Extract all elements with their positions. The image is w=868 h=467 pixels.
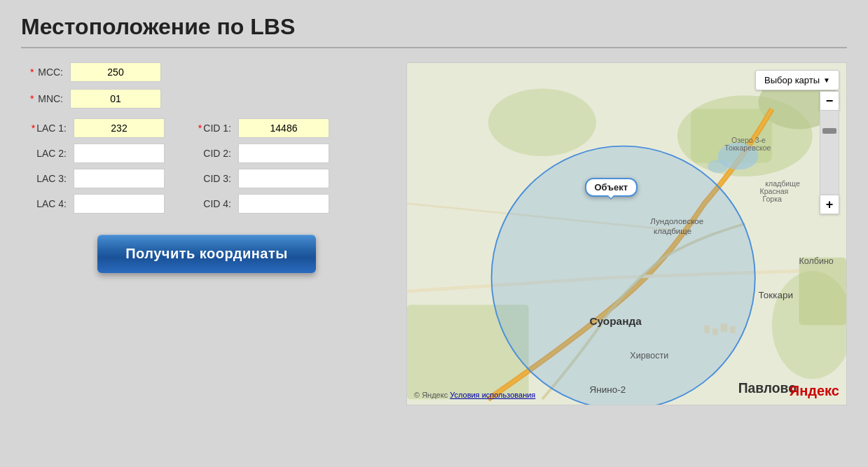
submit-button[interactable]: Получить координаты [97, 235, 316, 273]
cid3-label: CID 3: [186, 173, 231, 184]
yandex-copyright: © Яндекс Условия использования [414, 391, 535, 399]
lac3-cell: LAC 3: [21, 169, 165, 188]
mnc-input[interactable] [70, 89, 161, 109]
cid4-input[interactable] [238, 194, 329, 214]
cid2-label: CID 2: [186, 148, 231, 159]
svg-rect-7 [799, 258, 846, 325]
lac3-input[interactable] [74, 169, 165, 188]
svg-rect-27 [712, 328, 718, 335]
svg-rect-28 [721, 323, 728, 332]
lac-cid-row-2: LAC 2: CID 2: [21, 144, 392, 163]
zoom-plus-button[interactable]: + [820, 195, 839, 214]
balloon-label-text: Объект [585, 178, 638, 197]
terms-link[interactable]: Условия использования [450, 391, 535, 399]
svg-point-9 [708, 160, 728, 173]
svg-text:Лундоловское: Лундоловское [650, 217, 703, 225]
lac2-label: LAC 2: [21, 148, 67, 159]
lac1-cell: *LAC 1: [21, 118, 165, 138]
svg-text:Токкари: Токкари [759, 290, 793, 300]
zoom-minus-button[interactable]: − [820, 91, 839, 111]
lac4-input[interactable] [74, 194, 165, 214]
cid2-cell: CID 2: [186, 144, 329, 163]
mcc-mnc-section: * MCC: * MNC: [21, 62, 392, 109]
zoom-slider-handle[interactable] [822, 128, 836, 134]
svg-rect-29 [730, 326, 736, 333]
svg-point-4 [488, 89, 596, 156]
cid4-label: CID 4: [186, 198, 231, 209]
mcc-label: * MCC: [21, 67, 63, 78]
svg-text:Павлово: Павлово [738, 381, 797, 396]
lac4-cell: LAC 4: [21, 194, 165, 214]
cid1-input[interactable] [238, 118, 329, 138]
svg-rect-26 [704, 325, 710, 333]
svg-text:Суоранда: Суоранда [589, 315, 642, 327]
mcc-input[interactable] [70, 62, 161, 82]
lac-cid-row-1: *LAC 1: *CID 1: [21, 118, 392, 138]
svg-text:Озеро 3-е: Озеро 3-е [731, 136, 766, 144]
lac-cid-section: *LAC 1: *CID 1: LAC 2: CID 2: LAC 3: CID… [21, 118, 392, 214]
svg-text:кладбище: кладбище [654, 227, 691, 235]
map-selector-button[interactable]: Выбор карты [755, 70, 839, 90]
svg-text:Горка: Горка [762, 195, 782, 203]
cid1-cell: *CID 1: [186, 118, 329, 138]
svg-text:Токкаревское: Токкаревское [724, 144, 771, 152]
left-panel: * MCC: * MNC: *LAC 1: *CID 1: [21, 62, 392, 273]
object-balloon: Объект [585, 178, 638, 197]
map-background: Суоранда Павлово Токкари Колбино Янино-2… [407, 63, 846, 405]
svg-text:Колбино: Колбино [799, 256, 833, 266]
map-container: Выбор карты − + [406, 62, 847, 405]
page-title: Местоположение по LBS [21, 14, 847, 40]
lac-cid-row-3: LAC 3: CID 3: [21, 169, 392, 188]
cid1-required: * [198, 123, 202, 134]
zoom-controls: − + [820, 91, 839, 214]
cid3-input[interactable] [238, 169, 329, 188]
cid2-input[interactable] [238, 144, 329, 163]
lac-cid-row-4: LAC 4: CID 4: [21, 194, 392, 214]
lac1-required: * [32, 123, 35, 134]
main-content: * MCC: * MNC: *LAC 1: *CID 1: [21, 62, 847, 405]
cid3-cell: CID 3: [186, 169, 329, 188]
yandex-brand: Яндекс [790, 383, 839, 399]
mnc-group: * MNC: [21, 89, 392, 109]
mcc-group: * MCC: [21, 62, 392, 82]
mnc-label: * MNC: [21, 93, 63, 104]
title-divider [21, 47, 847, 48]
lac1-input[interactable] [74, 118, 165, 138]
lac3-label: LAC 3: [21, 173, 67, 184]
lac2-cell: LAC 2: [21, 144, 165, 163]
svg-text:Янино-2: Янино-2 [589, 384, 626, 395]
cid4-cell: CID 4: [186, 194, 329, 214]
cid1-label: *CID 1: [186, 123, 231, 134]
svg-text:Хирвости: Хирвости [630, 351, 668, 361]
mcc-required: * [30, 67, 34, 78]
lac4-label: LAC 4: [21, 198, 67, 209]
mnc-required: * [30, 93, 34, 104]
lac1-label: *LAC 1: [21, 123, 67, 134]
zoom-slider[interactable] [820, 111, 839, 195]
lac2-input[interactable] [74, 144, 165, 163]
